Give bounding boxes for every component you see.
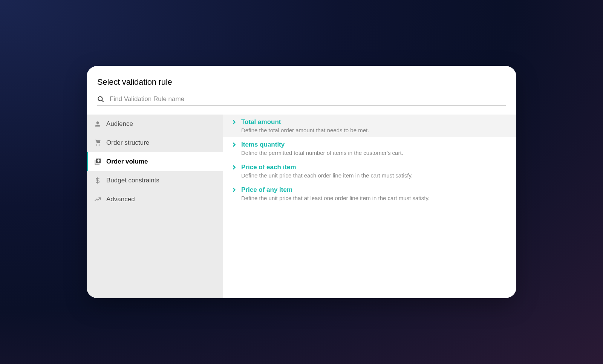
svg-point-2: [96, 121, 99, 124]
sidebar-item-label: Audience: [106, 120, 133, 128]
svg-point-3: [96, 144, 97, 145]
svg-rect-6: [95, 164, 100, 165]
sidebar-item-label: Order volume: [106, 158, 148, 165]
rules-list: Total amount Define the total order amou…: [223, 115, 516, 298]
svg-point-0: [98, 96, 102, 101]
sidebar-item-audience[interactable]: Audience: [87, 115, 223, 133]
add-box-icon: [93, 158, 102, 166]
sidebar-item-label: Advanced: [106, 196, 135, 203]
rule-title: Total amount: [241, 118, 507, 126]
search-icon: [97, 96, 104, 103]
category-sidebar: Audience Order structure: [87, 115, 223, 298]
sidebar-item-label: Budget constraints: [106, 177, 159, 184]
rule-text: Total amount Define the total order amou…: [241, 118, 507, 133]
dollar-icon: [93, 176, 102, 185]
rule-description: Define the total order amount that needs…: [241, 127, 507, 133]
rule-title: Price of any item: [241, 186, 507, 194]
chevron-right-icon: [232, 187, 236, 194]
cart-icon: [93, 139, 102, 147]
svg-line-1: [102, 100, 104, 102]
search-input[interactable]: [110, 95, 506, 103]
svg-rect-5: [95, 160, 96, 165]
sidebar-item-order-volume[interactable]: Order volume: [87, 152, 223, 171]
sidebar-item-advanced[interactable]: Advanced: [87, 190, 223, 209]
chevron-right-icon: [232, 142, 236, 149]
person-icon: [93, 120, 102, 128]
rule-item-price-each[interactable]: Price of each item Define the unit price…: [223, 160, 516, 182]
rule-text: Price of each item Define the unit price…: [241, 164, 507, 179]
svg-point-4: [99, 144, 100, 145]
rule-item-items-quantity[interactable]: Items quantity Define the permitted tota…: [223, 137, 516, 160]
rule-description: Define the permitted total number of ite…: [241, 150, 507, 156]
rule-item-price-any[interactable]: Price of any item Define the unit price …: [223, 182, 516, 205]
trend-icon: [93, 195, 102, 203]
sidebar-item-label: Order structure: [106, 139, 149, 147]
chevron-right-icon: [232, 165, 236, 171]
rule-description: Define the unit price that at least one …: [241, 195, 507, 201]
modal-header: Select validation rule: [87, 66, 516, 87]
modal-title: Select validation rule: [97, 77, 506, 87]
sidebar-item-budget-constraints[interactable]: Budget constraints: [87, 171, 223, 190]
rule-title: Items quantity: [241, 141, 507, 148]
content-area: Audience Order structure: [87, 115, 516, 298]
rule-description: Define the unit price that each order li…: [241, 172, 507, 179]
rule-text: Price of any item Define the unit price …: [241, 186, 507, 201]
rule-title: Price of each item: [241, 164, 507, 171]
chevron-right-icon: [232, 119, 236, 126]
validation-rule-modal: Select validation rule Audience: [87, 66, 516, 298]
svg-rect-9: [97, 161, 100, 162]
rule-item-total-amount[interactable]: Total amount Define the total order amou…: [223, 115, 516, 137]
sidebar-item-order-structure[interactable]: Order structure: [87, 133, 223, 152]
rule-text: Items quantity Define the permitted tota…: [241, 141, 507, 156]
search-container: [97, 95, 506, 106]
